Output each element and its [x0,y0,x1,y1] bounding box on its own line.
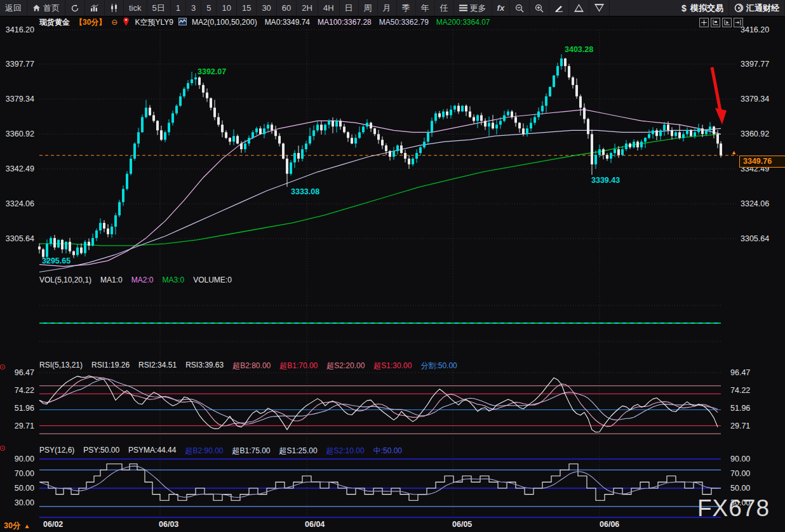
candle-body [290,163,292,174]
candle-body [610,153,612,159]
legend-item: 超S2:20.00 [326,361,365,371]
tf-60-button[interactable]: 60 [277,0,297,16]
candle-body [130,159,132,174]
candle-body [103,223,105,229]
logo-icon [734,3,744,13]
ma100-line [39,110,721,267]
legend-item: VOLUME:0 [193,276,232,284]
candle-body [61,240,64,249]
tf-4h-button[interactable]: 4H [318,0,340,16]
bars-icon [90,4,99,12]
footer-timeframe[interactable]: 30分 ▲ [4,521,30,531]
tf-1-button[interactable]: 1 [171,0,186,16]
candle-body [465,106,467,112]
candle-body [179,96,182,106]
zoom-out-button[interactable] [510,0,530,16]
candle-body [122,189,124,203]
candle-body [171,114,174,123]
candle-body [648,134,650,138]
candle-body [522,128,525,134]
draw-pencil-button[interactable] [549,0,569,16]
app-window: 返回首页tick5日135101530602H4H日周月季年任更多fx$模拟交易… [0,0,785,532]
tf-2h-button[interactable]: 2H [297,0,318,16]
candle-body [385,145,387,151]
zoom-out-icon [515,4,524,13]
candle-body [671,130,673,136]
candle-body [594,155,597,164]
more-button[interactable]: 更多 [454,0,492,16]
crosshair-icon[interactable] [699,18,709,27]
tf-tick-button[interactable]: tick [124,0,147,16]
tf-3-button[interactable]: 3 [186,0,201,16]
axis-play-icon[interactable] [722,18,732,27]
tf-15-button[interactable]: 15 [237,0,257,16]
candle-body [572,77,574,85]
indicator-fx-button[interactable]: fx [492,0,511,16]
candle-body [343,126,346,132]
candle-chart-button[interactable] [105,0,124,16]
tf-10-button[interactable]: 10 [217,0,236,16]
tf-month-button-label: 月 [383,3,391,14]
candle-body [476,116,479,121]
fx678-brand[interactable]: 汇通财经 [729,0,785,16]
candle-body [152,116,155,121]
candle-body [602,149,605,155]
legend-item: PSY:50.00 [83,446,119,456]
candle-body [488,123,490,126]
candle-body [149,108,151,116]
candle-body [690,130,692,136]
candle-body [248,138,250,143]
tf-custom-button[interactable]: 任 [435,0,454,16]
candle-body [598,149,601,155]
tf-week-button[interactable]: 周 [359,0,378,16]
x-axis-label: 06/05 [452,520,472,529]
indicator-flag-icon [2,366,3,368]
triangle-up-button[interactable] [569,0,589,16]
candle-body [392,151,395,157]
triangle-down-button[interactable] [589,0,610,16]
tf-year-button[interactable]: 年 [416,0,435,16]
candle-body [187,83,189,89]
main-axis-label-right: 3324.06 [741,199,769,208]
tf-quarter-button[interactable]: 季 [397,0,416,16]
tf-tick-button-label: tick [129,3,142,13]
price-annotation: 3295.65 [42,256,70,265]
candle-body [419,147,422,153]
candle-body [533,117,536,123]
candle-body [316,124,319,130]
legend-item: MA3:0 [162,276,184,284]
top-toolbar: 返回首页tick5日135101530602H4H日周月季年任更多fx$模拟交易… [0,0,785,17]
pin-icon[interactable] [123,17,130,28]
sim-trading-button[interactable]: $模拟交易 [676,0,729,16]
rsi-axis-label-right: 29.71 [730,422,750,430]
candle-body [225,132,227,138]
tf-5day-button[interactable]: 5日 [147,0,171,16]
zoom-in-button[interactable] [530,0,549,16]
refresh-icon [70,4,79,13]
back-button[interactable]: 返回 [0,0,27,16]
candle-body [713,126,715,134]
refresh-button[interactable] [65,0,85,16]
tf-day-button[interactable]: 日 [340,0,359,16]
candle-body [362,126,365,132]
study-chart-icon[interactable] [178,18,187,27]
tf-5-button[interactable]: 5 [201,0,217,16]
legend-item: 超S1:25.00 [279,446,318,456]
snap-right-icon[interactable] [734,18,743,27]
psy-axis-label-left: 90.00 [3,455,34,463]
candle-body [446,112,448,116]
candle-body [617,149,620,155]
candle-body [263,128,265,134]
tf-month-button[interactable]: 月 [378,0,397,16]
candle-body [495,124,498,128]
home-button[interactable]: 首页 [27,0,65,16]
chart-header: 现货黄金 【30分】 ⊖ K空预YLY9 MA2(0,100,50,200)MA… [39,17,490,27]
bar-chart-button[interactable] [85,0,105,16]
collapse-circle-icon[interactable]: ⊖ [111,18,117,27]
psy-legend: PSY(12,6)PSY:50.00PSYMA:44.44超B2:90.00超B… [39,446,402,456]
axis-scale-icon[interactable] [711,18,720,27]
main-axis-label-left: 3305.64 [3,234,34,243]
tf-30-button[interactable]: 30 [257,0,276,16]
candle-body [46,244,48,257]
candle-body [354,138,357,143]
